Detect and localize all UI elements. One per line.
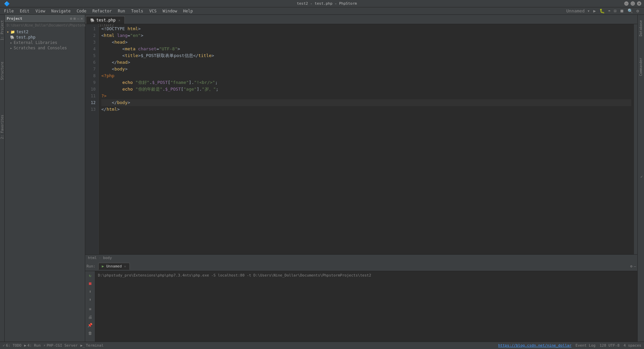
run-status-label: 4: Run bbox=[28, 343, 41, 348]
status-terminal[interactable]: ▶_ Terminal bbox=[80, 343, 104, 348]
code-line-6: </head> bbox=[101, 59, 631, 66]
spaces-item[interactable]: 4 spaces bbox=[624, 343, 641, 348]
breadcrumb-body[interactable]: body bbox=[103, 256, 112, 260]
code-line-4: <meta charset="UTF-8"> bbox=[101, 46, 631, 52]
app: 🔷 test2 - test.php - PhpStorm ─ □ ✕ File… bbox=[0, 0, 644, 349]
breadcrumb-sep1: › bbox=[99, 256, 101, 260]
breadcrumb-html[interactable]: html bbox=[88, 256, 97, 260]
php-cgi-label: PHP-CGI Server bbox=[47, 343, 78, 348]
menu-tools[interactable]: Tools bbox=[128, 8, 146, 14]
line-col-item[interactable]: 128 UTF-8 bbox=[599, 343, 620, 348]
project-settings-icon[interactable]: ⚙ bbox=[70, 16, 72, 21]
scrollbar-right[interactable] bbox=[634, 24, 637, 254]
todo-label: 6: TODO bbox=[6, 343, 21, 348]
line-num-12: 12 bbox=[85, 99, 96, 106]
menu-file[interactable]: File bbox=[1, 8, 16, 14]
status-link[interactable]: https://blog.csdn.net/nine_dollar bbox=[498, 343, 572, 348]
run-print-button[interactable]: 🖨 bbox=[87, 314, 93, 320]
search-everywhere-icon[interactable]: 🔍 bbox=[627, 8, 634, 14]
status-run[interactable]: ▶ 4: Run bbox=[24, 343, 41, 348]
unnamed-dropdown[interactable]: Unnamed ▾ bbox=[565, 8, 591, 14]
run-label: Run: bbox=[87, 264, 96, 268]
close-button[interactable]: ✕ bbox=[637, 1, 641, 6]
run-scroll-end-button[interactable]: ⬇ bbox=[87, 289, 93, 295]
commander-vtab[interactable]: Commander bbox=[638, 55, 643, 79]
run-tab-icon: ▶ bbox=[102, 264, 104, 268]
code-content[interactable]: <!DOCTYPE html> <html lang="en"> <head> … bbox=[99, 24, 634, 254]
tree-item-external-libraries[interactable]: ▸ External Libraries bbox=[5, 40, 85, 45]
tree-label-testphp: test.php bbox=[16, 35, 36, 40]
right-vertical-tabs: Database Commander ✓ bbox=[637, 15, 644, 342]
run-restart-button[interactable]: ↻ bbox=[87, 272, 93, 279]
run-minimize-icon[interactable]: — bbox=[634, 264, 636, 268]
tree-item-scratches[interactable]: ▸ Scratches and Consoles bbox=[5, 45, 85, 51]
editor-tabs: 🐘 test.php ✕ bbox=[85, 15, 637, 24]
database-vtab[interactable]: Database bbox=[638, 17, 643, 39]
menu-run[interactable]: Run bbox=[115, 8, 128, 14]
project-close-icon[interactable]: ✕ bbox=[80, 16, 83, 21]
menu-refactor[interactable]: Refactor bbox=[90, 8, 114, 14]
settings-icon[interactable]: ⚙ bbox=[635, 8, 640, 14]
status-todo[interactable]: ✓ 6: TODO bbox=[3, 343, 21, 348]
tree-label-scratches: Scratches and Consoles bbox=[14, 46, 67, 50]
line-num-13: 13 bbox=[85, 106, 96, 113]
run-stop-button[interactable]: ⏹ bbox=[87, 281, 93, 287]
run-tab-unnamed[interactable]: ▶ Unnamed ✕ bbox=[98, 263, 130, 270]
run-tab-bar: Run: ▶ Unnamed ✕ ⚙ — bbox=[85, 262, 637, 271]
project-path: D:\Users\Nine_Dollar\Documents\PhpstormP… bbox=[5, 23, 85, 28]
terminal-icon: ▶_ bbox=[80, 343, 85, 348]
code-line-5: <title>$_POST获取表单post信息</title> bbox=[101, 52, 631, 59]
menu-vcs[interactable]: VCS bbox=[147, 8, 159, 14]
restore-button[interactable]: □ bbox=[631, 1, 635, 6]
project-collapse-icon[interactable]: — bbox=[77, 16, 79, 21]
editor-tab-testphp[interactable]: 🐘 test.php ✕ bbox=[86, 16, 125, 24]
run-output: D:\phpstudy_pro\Extensions\php\php7.3.4n… bbox=[95, 271, 637, 342]
stop-icon[interactable]: ⏹ bbox=[619, 8, 625, 14]
code-editor: 1 2 3 4 5 6 7 8 9 10 11 12 13 bbox=[85, 24, 637, 254]
line-num-6: 6 bbox=[85, 59, 96, 66]
content-area: 1: Project Structure 2: Favorites Projec… bbox=[0, 15, 644, 342]
menu-edit[interactable]: Edit bbox=[17, 8, 32, 14]
run-settings-icon[interactable]: ⚙ bbox=[630, 264, 633, 268]
menu-window[interactable]: Window bbox=[160, 8, 180, 14]
php-cgi-icon: ⚡ bbox=[43, 343, 46, 348]
event-log-item[interactable]: Event Log bbox=[576, 343, 596, 348]
line-num-7: 7 bbox=[85, 66, 96, 72]
todo-icon: ✓ bbox=[3, 343, 5, 348]
coverage-icon[interactable]: ☂ bbox=[607, 8, 612, 14]
menu-code[interactable]: Code bbox=[74, 8, 89, 14]
menu-navigate[interactable]: Navigate bbox=[49, 8, 73, 14]
tree-item-testphp[interactable]: 🐘 test.php bbox=[5, 35, 85, 40]
run-tab-close[interactable]: ✕ bbox=[124, 264, 126, 268]
line-num-4: 4 bbox=[85, 46, 96, 52]
project-layout-icon[interactable]: ⊞ bbox=[73, 16, 76, 21]
run-config-icon[interactable]: ▶ bbox=[592, 8, 597, 14]
project-vtab[interactable]: 1: Project bbox=[0, 17, 5, 43]
run-trash-button[interactable]: 🗑 bbox=[87, 330, 93, 336]
favorites-vtab[interactable]: 2: Favorites bbox=[0, 112, 5, 142]
project-panel: Project ⚙ ⊞ — ✕ D:\Users\Nine_Dollar\Doc… bbox=[5, 15, 85, 342]
structure-vtab[interactable]: Structure bbox=[0, 59, 5, 83]
profile-icon[interactable]: ⊡ bbox=[613, 8, 618, 14]
menu-help[interactable]: Help bbox=[180, 8, 196, 14]
line-num-1: 1 bbox=[85, 26, 96, 32]
code-line-8: <?php bbox=[101, 72, 631, 79]
status-php-cgi[interactable]: ⚡ PHP-CGI Server bbox=[43, 343, 77, 348]
code-line-12: </body> bbox=[101, 99, 631, 106]
project-tree: ▾ 📁 test2 🐘 test.php ▸ External Librarie… bbox=[5, 28, 85, 342]
tree-item-test2[interactable]: ▾ 📁 test2 bbox=[5, 29, 85, 35]
run-filter-button[interactable]: ≡ bbox=[87, 306, 93, 312]
debug-icon[interactable]: 🐛 bbox=[598, 8, 606, 14]
project-panel-title: Project bbox=[7, 16, 22, 21]
run-output-line: D:\phpstudy_pro\Extensions\php\php7.3.4n… bbox=[98, 272, 635, 279]
run-tab-right: ⚙ — bbox=[630, 264, 636, 268]
menu-view[interactable]: View bbox=[33, 8, 48, 14]
minimize-button[interactable]: ─ bbox=[624, 1, 629, 6]
title-bar: 🔷 test2 - test.php - PhpStorm ─ □ ✕ bbox=[0, 0, 644, 7]
folder-icon: ▾ bbox=[7, 30, 9, 34]
php-file-icon: 🐘 bbox=[10, 35, 15, 40]
pin-button[interactable]: 📌 bbox=[87, 322, 93, 328]
tab-close-icon[interactable]: ✕ bbox=[118, 18, 120, 22]
run-tab-label: Unnamed bbox=[106, 264, 122, 268]
run-scroll-top-button[interactable]: ⬆ bbox=[87, 297, 93, 303]
